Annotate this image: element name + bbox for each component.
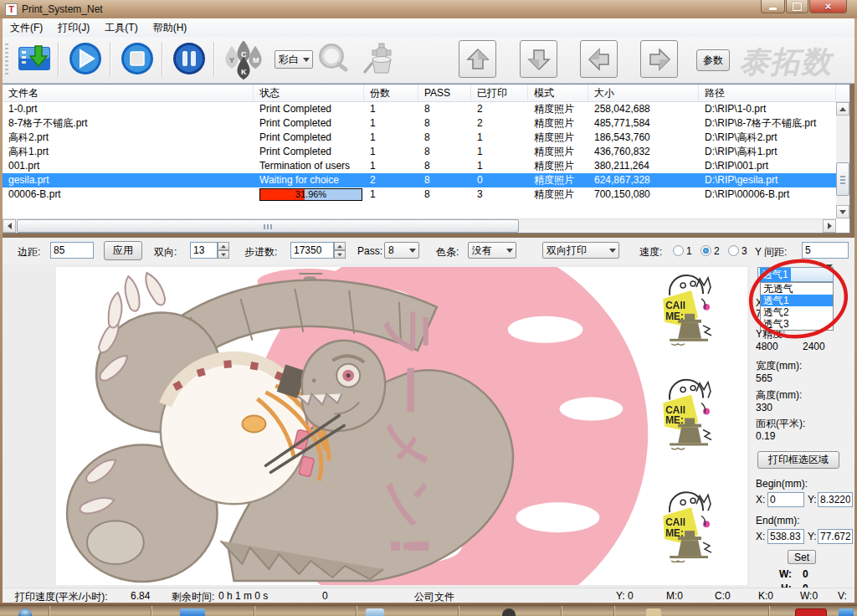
speed-radio-2[interactable] (700, 245, 711, 256)
print-settings-bar: 边距: 应用 双向: 步进数: Pass: 8 色条: 没有 双向打印 速度: … (3, 238, 854, 264)
bidirectional-spinner[interactable] (218, 242, 229, 259)
vent-option-2[interactable]: 透气2 (761, 306, 833, 318)
color-mode-select[interactable]: 彩白 (275, 50, 313, 69)
height-value: 330 (756, 402, 772, 413)
minimize-button[interactable] (761, 0, 785, 13)
table-row[interactable]: gesila.prtWaiting for choice28 0精度照片624,… (3, 173, 849, 187)
ink-k: K:0 (758, 590, 773, 602)
stop-icon (120, 41, 155, 76)
vent-option-1[interactable]: 透气1 (761, 295, 833, 306)
taskbar-icon[interactable] (180, 608, 205, 616)
scroll-left-button[interactable] (3, 219, 16, 233)
vent-option-none[interactable]: 无透气 (761, 283, 833, 295)
column-header-printed[interactable]: 已打印 (471, 85, 528, 101)
scroll-up-button[interactable] (836, 102, 849, 116)
taskbar-icon[interactable] (795, 608, 827, 616)
column-header-size[interactable]: 大小 (588, 85, 699, 101)
pause-print-button[interactable] (172, 41, 207, 76)
select-print-region-button[interactable]: 打印框选区域 (757, 451, 839, 469)
begin-x-label: X: (756, 494, 765, 506)
table-row[interactable]: 高科2.prtPrint Completed18 1精度照片186,543,76… (3, 131, 849, 145)
svg-text:K: K (241, 68, 247, 76)
column-header-status[interactable]: 状态 (254, 85, 364, 101)
pass-select[interactable]: 8 (384, 242, 419, 259)
table-row[interactable]: 1-0.prtPrint Completed18 2精度照片258,042,68… (3, 102, 849, 116)
scroll-down-button[interactable] (836, 205, 849, 218)
speed-radio-1[interactable] (673, 245, 684, 256)
stop-print-button[interactable] (120, 41, 155, 76)
y-gap-input[interactable] (802, 242, 849, 259)
bidirectional-input[interactable] (190, 242, 218, 259)
table-row[interactable]: 001.prtTermination of users18 1精度照片380,2… (3, 159, 849, 173)
begin-x-input[interactable] (767, 492, 804, 507)
import-job-button[interactable] (17, 41, 52, 76)
title-bar[interactable]: T Print_System_Net × (0, 0, 857, 18)
arrow-down-icon (526, 47, 552, 72)
area-label: 面积(平米): (756, 417, 805, 431)
move-up-button[interactable] (459, 40, 496, 78)
arrow-right-icon (647, 47, 672, 72)
scroll-right-button[interactable] (823, 219, 836, 233)
params-button[interactable]: 参数 (696, 49, 730, 71)
taskbar-icon[interactable] (366, 608, 384, 616)
windows-taskbar[interactable] (0, 606, 857, 616)
maximize-button[interactable] (786, 0, 808, 13)
apply-button[interactable]: 应用 (104, 241, 142, 260)
horizontal-scroll-thumb[interactable] (17, 219, 519, 233)
column-header-path[interactable]: 路径 (699, 85, 836, 101)
ink-channels-button[interactable]: Y C M K (220, 41, 267, 76)
margin-input[interactable] (50, 242, 94, 259)
taskbar-icon[interactable] (502, 608, 516, 616)
remaining-time-value: 0 h 1 m 0 s (218, 590, 268, 602)
column-header-mode[interactable]: 模式 (528, 85, 588, 101)
svg-text:Y: Y (229, 56, 234, 64)
table-row[interactable]: 00006-B.prt31.96%18 3精度照片700,150,080D:\R… (3, 187, 849, 202)
set-button[interactable]: Set (788, 550, 816, 564)
vent-option-3[interactable]: 透气3 (761, 318, 833, 330)
end-y-input[interactable] (818, 529, 853, 544)
call-me-sticker (663, 492, 711, 562)
vertical-scroll-thumb[interactable] (836, 162, 849, 196)
y-resolution-value: 4800 (756, 341, 778, 352)
colorbar-select[interactable]: 没有 (468, 242, 516, 259)
table-row[interactable]: 高科1.prtPrint Completed18 1精度照片436,760,83… (3, 145, 849, 159)
preview-canvas[interactable]: CAll ME: (56, 267, 747, 585)
duplex-select[interactable]: 双向打印 (542, 242, 619, 259)
vent-select[interactable]: 透气1 (757, 267, 834, 282)
taskbar-icon[interactable] (646, 608, 661, 616)
step-input[interactable] (290, 242, 334, 259)
zoom-button[interactable] (316, 41, 351, 76)
maximize-icon (793, 3, 802, 11)
begin-y-input[interactable] (818, 492, 853, 507)
color-mode-value: 彩白 (275, 53, 300, 67)
menu-tools[interactable]: 工具(T) (97, 18, 145, 37)
start-print-button[interactable] (68, 41, 103, 76)
move-down-button[interactable] (520, 40, 557, 78)
speed-radio-3[interactable] (728, 245, 739, 256)
menu-print[interactable]: 打印(J) (50, 18, 97, 37)
move-right-button[interactable] (640, 40, 678, 78)
artwork-preview: CAll ME: (56, 267, 747, 585)
menu-help[interactable]: 帮助(H) (146, 18, 195, 37)
menu-bar: 文件(F) 打印(J) 工具(T) 帮助(H) (3, 18, 854, 38)
move-left-button[interactable] (580, 40, 618, 78)
column-header-copies[interactable]: 份数 (364, 85, 418, 101)
taskbar-icon[interactable] (18, 608, 32, 616)
table-row[interactable]: 8-7格子不铺底.prtPrint Completed18 2精度照片485,7… (3, 116, 849, 131)
menu-file[interactable]: 文件(F) (3, 18, 50, 37)
horizontal-scrollbar[interactable] (3, 218, 836, 233)
w-label: W: (779, 568, 792, 580)
taskbar-icon[interactable] (839, 608, 854, 616)
chevron-down-icon (503, 243, 516, 258)
end-x-input[interactable] (767, 529, 804, 544)
play-icon (68, 41, 103, 76)
step-spinner[interactable] (334, 242, 346, 259)
pause-icon (172, 41, 207, 76)
colorbar-label: 色条: (436, 245, 459, 259)
column-header-pass[interactable]: PASS (418, 85, 471, 101)
job-table-body: 1-0.prtPrint Completed18 2精度照片258,042,68… (3, 102, 849, 218)
close-button[interactable]: × (809, 0, 847, 13)
column-header-filename[interactable]: 文件名 (3, 85, 254, 101)
print-setup-button[interactable] (357, 41, 396, 76)
vertical-scrollbar[interactable] (836, 102, 849, 218)
